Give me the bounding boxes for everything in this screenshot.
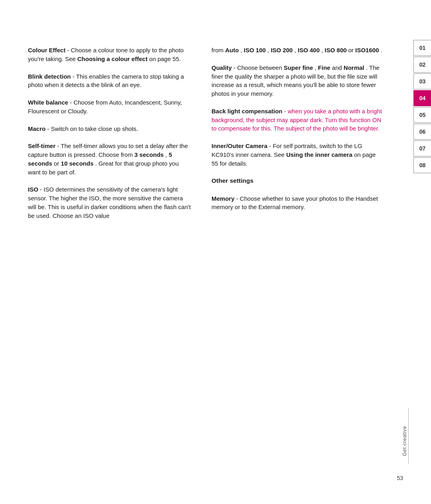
tab-07[interactable]: 07 <box>413 140 431 156</box>
macro-heading: Macro <box>28 125 45 132</box>
inner-outer-heading: Inner/Outer Camera <box>212 142 267 149</box>
section-self-timer: Self-timer - The self-timer allows you t… <box>28 142 192 176</box>
tab-06[interactable]: 06 <box>413 124 431 140</box>
back-light-text: Back light compensation - when you take … <box>212 107 383 133</box>
section-blink-detection: Blink detection - This enables the camer… <box>28 72 192 90</box>
section-white-balance: White balance - Choose from Auto, Incand… <box>28 98 192 116</box>
right-column: from Auto , ISO 100 , ISO 200 , ISO 400 … <box>208 46 383 458</box>
tab-03[interactable]: 03 <box>413 73 431 89</box>
blink-detection-heading: Blink detection <box>28 73 71 80</box>
section-iso-values: from Auto , ISO 100 , ISO 200 , ISO 400 … <box>212 46 383 55</box>
colour-effect-heading: Colour Effect <box>28 47 65 53</box>
section-iso: ISO - ISO determines the sensitivity of … <box>28 185 192 220</box>
white-balance-heading: White balance <box>28 99 68 106</box>
inner-outer-text: Inner/Outer Camera - For self portraits,… <box>212 142 383 168</box>
section-colour-effect: Colour Effect - Choose a colour tone to … <box>28 46 192 63</box>
content-area: Colour Effect - Choose a colour tone to … <box>0 24 431 480</box>
self-timer-heading: Self-timer <box>28 142 55 149</box>
white-balance-text: White balance - Choose from Auto, Incand… <box>28 98 192 116</box>
section-memory: Memory - Choose whether to save your pho… <box>212 194 383 212</box>
iso-values-text: from Auto , ISO 100 , ISO 200 , ISO 400 … <box>212 46 383 55</box>
iso-heading: ISO <box>28 186 38 193</box>
other-settings-heading: Other settings <box>212 176 383 185</box>
self-timer-text: Self-timer - The self-timer allows you t… <box>28 142 192 176</box>
quality-text: Quality - Choose between Super fine , Fi… <box>212 63 383 98</box>
side-tabs: 01 02 03 04 05 06 07 08 <box>410 40 431 174</box>
back-light-heading: Back light compensation <box>212 108 283 115</box>
iso-text: ISO - ISO determines the sensitivity of … <box>28 185 192 220</box>
vertical-label: Get creative <box>401 426 409 456</box>
section-other-settings-heading: Other settings <box>212 176 383 185</box>
section-back-light: Back light compensation - when you take … <box>212 107 383 133</box>
tab-01[interactable]: 01 <box>413 40 431 56</box>
left-column: Colour Effect - Choose a colour tone to … <box>28 46 208 458</box>
tab-04[interactable]: 04 <box>413 90 431 106</box>
quality-heading: Quality <box>212 64 232 71</box>
tab-02[interactable]: 02 <box>413 57 431 73</box>
colour-effect-text: Colour Effect - Choose a colour tone to … <box>28 46 192 63</box>
memory-heading: Memory <box>212 195 235 202</box>
section-macro: Macro - Switch on to take close up shots… <box>28 125 192 133</box>
section-quality: Quality - Choose between Super fine , Fi… <box>212 63 383 98</box>
macro-text: Macro - Switch on to take close up shots… <box>28 125 192 133</box>
blink-detection-text: Blink detection - This enables the camer… <box>28 72 192 90</box>
section-inner-outer: Inner/Outer Camera - For self portraits,… <box>212 142 383 168</box>
tab-05[interactable]: 05 <box>413 107 431 123</box>
tab-08[interactable]: 08 <box>413 157 431 173</box>
page-container: 01 02 03 04 05 06 07 08 Get creative 53 … <box>0 0 431 504</box>
memory-text: Memory - Choose whether to save your pho… <box>212 194 383 212</box>
page-number: 53 <box>397 474 403 482</box>
